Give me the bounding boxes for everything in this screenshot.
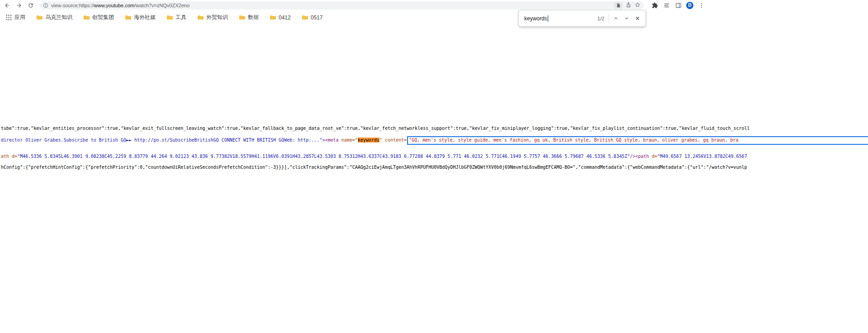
keywords-content-value: "GQ, men's style, style guide, men's fas… bbox=[409, 138, 738, 143]
find-match-count: 1/2 bbox=[598, 16, 604, 21]
find-input[interactable]: keywords bbox=[524, 15, 596, 22]
attr-value-tail: director Oliver Grabes.Subscribe to Brit… bbox=[1, 138, 325, 143]
content-attr: content= bbox=[382, 138, 407, 143]
meta-tag: <meta bbox=[325, 138, 341, 143]
name-attr: name= bbox=[342, 138, 355, 143]
source-line-svg-path: ath d="M46.5336 5.8345L46.3901 9.08238C4… bbox=[1, 153, 747, 160]
content-attribute-highlight-box: "GQ, men's style, style guide, men's fas… bbox=[407, 136, 868, 145]
find-next-button[interactable] bbox=[621, 13, 632, 24]
find-previous-button[interactable] bbox=[610, 13, 621, 24]
text-caret bbox=[548, 15, 548, 22]
quote: " bbox=[355, 138, 358, 143]
find-bar: keywords 1/2 bbox=[518, 10, 646, 27]
close-icon bbox=[635, 15, 640, 21]
path-attr-2: d= bbox=[652, 154, 657, 159]
path-tag: /><path bbox=[630, 154, 652, 159]
path-attr-1: ath d= bbox=[1, 154, 17, 159]
find-close-button[interactable] bbox=[632, 13, 643, 24]
find-divider bbox=[609, 14, 609, 23]
source-line-meta-keywords: director Oliver Grabes.Subscribe to Brit… bbox=[1, 136, 868, 145]
source-line-json: hConfig":{"prefetchHintConfig":{"prefetc… bbox=[1, 164, 747, 171]
view-source-content: tube":true,"kevlar_entities_processor":t… bbox=[0, 0, 868, 333]
chevron-up-icon bbox=[613, 15, 619, 21]
path-value-1: "M46.5336 5.8345L46.3901 9.08238C45.2259… bbox=[17, 154, 630, 159]
source-line-flags: tube":true,"kevlar_entities_processor":t… bbox=[1, 125, 750, 132]
chevron-down-icon bbox=[624, 15, 630, 21]
find-match-highlight: keywords bbox=[358, 138, 379, 143]
path-value-2: "M49.6567 13.2456V13.8782C49.6567 bbox=[657, 154, 747, 159]
find-query-text: keywords bbox=[524, 15, 547, 22]
